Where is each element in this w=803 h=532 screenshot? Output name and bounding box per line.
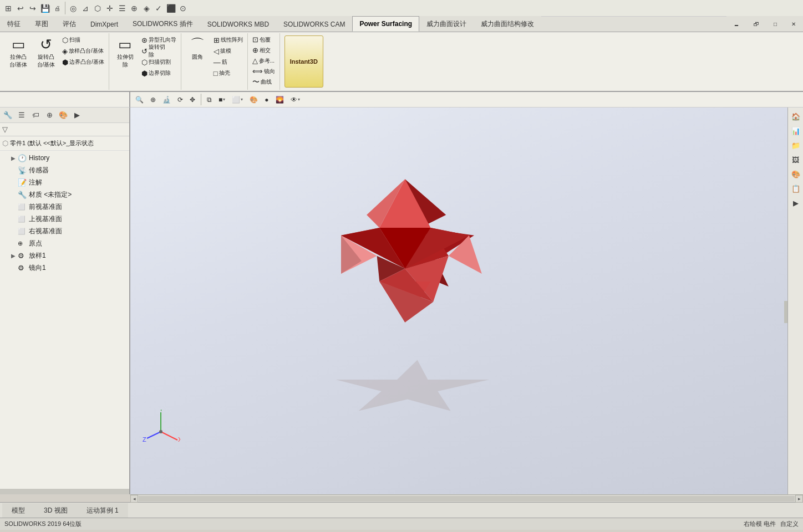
tab-dimxpert[interactable]: DimXpert: [83, 16, 125, 32]
tab-power-surfacing[interactable]: Power Surfacing: [352, 16, 419, 32]
btn-extrude-cut[interactable]: ▭ 拉伸切除: [111, 34, 139, 89]
tree-item-history[interactable]: ▶ 🕐 History: [0, 152, 129, 164]
view-btn-scene[interactable]: 🌄: [273, 94, 287, 106]
scroll-right-arrow[interactable]: ▸: [795, 495, 803, 503]
qa-icon-12[interactable]: ◈: [140, 2, 153, 14]
tree-item-sensor[interactable]: 📡 传感器: [0, 164, 129, 176]
qa-icon-1[interactable]: ⊞: [2, 2, 14, 14]
btn-wrap[interactable]: ⊡包覆: [250, 34, 277, 45]
right-btn-home[interactable]: 🏠: [789, 110, 802, 123]
hole-icon: ⊛: [141, 36, 148, 44]
view-btn-shading[interactable]: ⬜▾: [229, 94, 246, 106]
tree-label-mirror: 镜向1: [29, 263, 46, 273]
view-btn-shadows[interactable]: ●: [262, 94, 271, 106]
tree-label-right: 右视基准面: [29, 227, 62, 236]
tab-restore[interactable]: 🗗: [746, 16, 766, 32]
tab-feature[interactable]: 特征: [0, 16, 28, 32]
qa-icon-10[interactable]: ☰: [116, 2, 128, 14]
viewport[interactable]: X Y Z: [130, 108, 787, 494]
btn-mirror[interactable]: ⟺镜向: [250, 66, 277, 76]
right-btn-folder[interactable]: 📁: [789, 139, 802, 152]
tab-3d-view[interactable]: 3D 视图: [34, 503, 77, 518]
btn-shell[interactable]: □抽壳: [211, 68, 245, 79]
tab-minimize[interactable]: 🗕: [726, 16, 746, 32]
right-btn-play[interactable]: ▶: [789, 196, 802, 209]
btn-ref-geo[interactable]: △参考...: [250, 55, 277, 66]
right-btn-color[interactable]: 🎨: [789, 167, 802, 181]
status-text-left: SOLIDWORKS 2019 64位版: [4, 520, 82, 528]
qa-icon-4[interactable]: 💾: [39, 2, 51, 14]
tab-motion[interactable]: 运动算例 1: [77, 503, 128, 518]
right-btn-image[interactable]: 🖼: [789, 153, 802, 166]
qa-icon-14[interactable]: ⬛: [165, 2, 177, 14]
btn-extrude-boss[interactable]: ▭ 拉伸凸台/基体: [4, 34, 32, 89]
qa-icon-7[interactable]: ⊿: [79, 2, 92, 14]
tab-sw-cam[interactable]: SOLIDWORKS CAM: [276, 16, 352, 32]
qa-icon-11[interactable]: ⊕: [128, 2, 140, 14]
tab-sketch[interactable]: 草图: [28, 16, 55, 32]
svg-point-26: [159, 430, 162, 433]
view-btn-section[interactable]: ⧉: [204, 94, 215, 106]
tree-item-loft[interactable]: ▶ ⚙ 放样1: [0, 249, 129, 262]
view-btn-hide-show[interactable]: 👁▾: [288, 94, 303, 106]
panel-btn-target[interactable]: ⊕: [43, 109, 56, 122]
svg-marker-0: [328, 360, 494, 411]
tab-wl-struct[interactable]: 威力曲面结构修改: [474, 16, 541, 32]
btn-boundary[interactable]: ⬢边界凸台/基体: [60, 57, 106, 68]
tree-item-annotation[interactable]: 📝 注解: [0, 176, 129, 188]
btn-loft[interactable]: ◈放样凸台/基体: [60, 45, 106, 57]
btn-fillet-label: 圆角: [192, 53, 203, 61]
tab-wl-surface[interactable]: 威力曲面设计: [419, 16, 474, 32]
qa-icon-3[interactable]: ↪: [27, 2, 39, 14]
tab-model[interactable]: 模型: [2, 503, 34, 518]
view-btn-display[interactable]: ■▾: [216, 94, 228, 106]
btn-intersect[interactable]: ⊕相交: [250, 45, 277, 55]
view-btn-zoom-to-fit[interactable]: ⊕: [148, 94, 159, 106]
tree-item-front-plane[interactable]: ⬜ 前视基准面: [0, 201, 129, 213]
panel-btn-list[interactable]: ☰: [15, 109, 28, 122]
view-btn-pan[interactable]: ✥: [187, 94, 198, 106]
tree-item-top-plane[interactable]: ⬜ 上视基准面: [0, 213, 129, 225]
qa-icon-8[interactable]: ⬡: [92, 2, 104, 14]
tab-close[interactable]: ✕: [784, 16, 803, 32]
tab-sw-plugin[interactable]: SOLIDWORKS 插件: [125, 16, 200, 32]
right-btn-doc[interactable]: 📋: [789, 182, 802, 195]
tree-item-right-plane[interactable]: ⬜ 右视基准面: [0, 225, 129, 237]
panel-btn-forward[interactable]: ▶: [70, 109, 84, 122]
view-btn-realview[interactable]: 🎨: [247, 94, 261, 106]
btn-fillet[interactable]: ⌒ 圆角: [184, 34, 211, 89]
tab-maximize[interactable]: □: [766, 16, 784, 32]
btn-instant3d[interactable]: Instant3D: [284, 35, 323, 88]
qa-icon-9[interactable]: ✛: [104, 2, 116, 14]
panel-btn-color[interactable]: 🎨: [57, 109, 70, 122]
panel-resize-handle[interactable]: [784, 301, 787, 323]
qa-icon-13[interactable]: ✓: [153, 2, 165, 14]
scroll-track[interactable]: [139, 496, 795, 502]
view-btn-search[interactable]: 🔍: [133, 94, 146, 106]
right-btn-chart[interactable]: 📊: [789, 124, 802, 137]
btn-draft[interactable]: ◁拔模: [211, 45, 245, 57]
qa-icon-5[interactable]: 🖨: [51, 2, 63, 14]
scroll-left-arrow[interactable]: ◂: [130, 495, 138, 503]
tab-evaluate[interactable]: 评估: [55, 16, 83, 32]
btn-revolve[interactable]: ↺ 旋转凸台/基体: [32, 34, 60, 89]
btn-sweep[interactable]: ⬡扫描: [60, 34, 106, 45]
tree-item-material[interactable]: 🔧 材质 <未指定>: [0, 188, 129, 201]
view-btn-zoom-to-sel[interactable]: 🔬: [160, 94, 174, 106]
tab-sw-mbd[interactable]: SOLIDWORKS MBD: [200, 16, 276, 32]
sweep-cut-icon: ⬡: [141, 58, 148, 66]
tree-item-origin[interactable]: ⊕ 原点: [0, 237, 129, 249]
btn-curve[interactable]: 〜曲线: [250, 76, 277, 88]
qa-icon-15[interactable]: ⊙: [177, 2, 189, 14]
tree-item-mirror[interactable]: ⚙ 镜向1: [0, 262, 129, 274]
qa-icon-6[interactable]: ◎: [67, 2, 79, 14]
btn-sweep-cut[interactable]: ⬡扫描切割: [139, 57, 179, 68]
btn-linear-pattern[interactable]: ⊞线性阵列: [211, 34, 245, 45]
btn-rib[interactable]: —筋: [211, 57, 245, 68]
panel-btn-part[interactable]: 🔧: [1, 109, 14, 122]
btn-boundary-cut[interactable]: ⬢边界切除: [139, 68, 179, 79]
view-btn-rotate[interactable]: ⟳: [175, 94, 186, 106]
qa-icon-2[interactable]: ↩: [14, 2, 27, 14]
btn-revolve-cut[interactable]: ↺旋转切除: [139, 45, 179, 57]
panel-btn-tags[interactable]: 🏷: [29, 109, 42, 122]
